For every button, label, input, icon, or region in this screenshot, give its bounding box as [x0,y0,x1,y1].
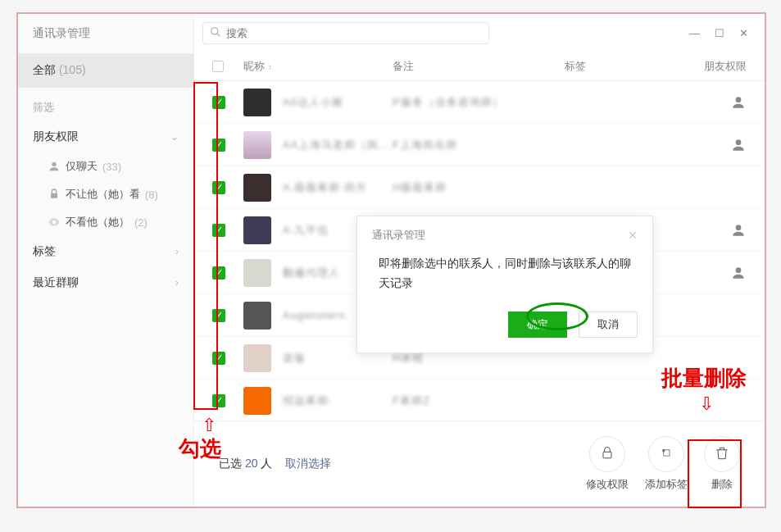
row-checkbox[interactable]: ✓ [212,394,225,407]
sidebar-subitem-count: (8) [145,189,158,201]
row-checkbox[interactable]: ✓ [212,96,225,109]
annotation-batch-delete-label: 批量删除 [661,364,747,393]
sidebar-all-label: 全部 [33,63,56,76]
sidebar: 通讯录管理 全部 (105) 筛选 朋友权限 ⌄ 仅聊天 (33) 不让他（她）… [18,14,194,507]
window-title: 通讯录管理 [18,14,193,53]
svg-point-3 [211,28,218,34]
minimize-button[interactable]: — [689,27,700,39]
row-checkbox[interactable]: ✓ [212,224,225,237]
selection-info: 已选 20 人 取消选择 [219,457,331,471]
permission-icon [704,137,747,153]
cancel-selection-link[interactable]: 取消选择 [285,457,331,470]
select-all-checkbox[interactable] [212,61,224,72]
modify-permission-button[interactable]: 修改权限 [586,436,629,492]
avatar [243,174,271,202]
sidebar-tag-label: 标签 [33,244,56,259]
column-remark[interactable]: 备注 [393,59,565,74]
person-icon [48,160,61,173]
maximize-button[interactable]: ☐ [715,27,724,39]
sidebar-recent-label: 最近群聊 [33,275,79,290]
close-icon[interactable]: ✕ [628,229,638,242]
sidebar-item-friend-permission[interactable]: 朋友权限 ⌄ [18,121,193,152]
trash-icon [714,445,730,464]
column-permission[interactable]: 朋友权限 [704,59,747,74]
bottom-bar: 已选 20 人 取消选择 修改权限 添加标签 [194,421,765,507]
nickname-text: 招远蒋师· [283,393,333,408]
lock-icon [599,445,615,464]
sidebar-subitem-count: (2) [134,216,148,229]
sidebar-subitem-label: 不看他（她） [66,215,129,230]
nickname-text: A.薇薇蒋师·闵方 [283,180,367,195]
topbar: — ☐ ✕ [194,14,765,52]
search-input-wrapper[interactable] [202,22,489,44]
remark-text: F蒋师Z [393,394,430,407]
avatar [243,216,271,244]
modal-title: 通讯录管理 [372,228,425,243]
permission-icon [704,94,747,111]
add-tag-button[interactable]: 添加标签 [645,436,688,492]
row-checkbox[interactable]: ✓ [212,139,225,152]
svg-rect-9 [603,452,611,458]
nickname-text: A0达人小雅 [283,95,343,110]
permission-icon [704,265,747,281]
remark-text: H来程 [393,352,424,364]
column-nickname[interactable]: 昵称 ↑ [243,59,393,74]
chevron-right-icon: › [175,246,179,257]
svg-point-0 [52,162,56,166]
selection-count: 20 [245,457,258,470]
permission-icon [704,222,747,239]
row-checkbox[interactable]: ✓ [212,266,225,280]
row-checkbox[interactable]: ✓ [212,181,225,194]
confirm-delete-modal: 通讯录管理 ✕ 即将删除选中的联系人，同时删除与该联系人的聊天记录 确定 取消 [356,216,653,353]
avatar [243,387,271,415]
annotation-arrow-up-icon: ⇧ [202,415,216,436]
sidebar-all-count: (105) [59,63,86,76]
search-input[interactable] [226,27,482,39]
remark-text: H薇薇蒋师 [393,181,447,193]
sidebar-subitem-label: 仅聊天 [66,159,98,174]
svg-rect-1 [51,193,57,198]
avatar [243,131,271,159]
chevron-right-icon: › [175,277,179,289]
remark-text: P服务（业务咨询师） [393,96,504,108]
nickname-text: AA上海马老师（闵… [283,138,390,152]
nickname-text: A·九平也 [283,223,329,238]
svg-point-8 [736,267,742,273]
sidebar-filter-label: 筛选 [18,88,193,121]
sidebar-item-tags[interactable]: 标签 › [18,236,193,267]
sidebar-subitem-label: 不让他（她）看 [66,187,140,202]
sidebar-item-hide-from[interactable]: 不让他（她）看 (8) [18,180,193,208]
confirm-button[interactable]: 确定 [508,311,567,338]
avatar [243,344,271,372]
modal-body: 即将删除选中的联系人，同时删除与该联系人的聊天记录 [372,254,638,293]
sidebar-subitem-count: (33) [102,161,121,173]
table-row[interactable]: ✓A0达人小雅P服务（业务咨询师） [194,81,765,124]
delete-button[interactable]: 删除 [704,436,740,492]
row-checkbox[interactable]: ✓ [212,309,225,322]
table-row[interactable]: ✓A.薇薇蒋师·闵方H薇薇蒋师 [194,166,765,209]
sort-asc-icon: ↑ [268,62,272,71]
sidebar-item-all[interactable]: 全部 (105) [18,53,193,88]
eye-off-icon [48,216,61,229]
svg-point-6 [736,139,742,145]
column-tag[interactable]: 标签 [565,59,704,74]
cancel-button[interactable]: 取消 [579,311,638,338]
search-icon [210,26,221,40]
sidebar-item-recent-group[interactable]: 最近群聊 › [18,267,193,298]
annotation-select-label: 勾选 [179,434,221,463]
lock-icon [48,188,61,201]
sidebar-item-hide-their[interactable]: 不看他（她） (2) [18,208,193,236]
close-button[interactable]: ✕ [739,27,748,39]
svg-point-2 [52,221,56,224]
sidebar-item-chat-only[interactable]: 仅聊天 (33) [18,152,193,180]
nickname-text: Augenstern. [283,309,349,321]
row-checkbox[interactable]: ✓ [212,352,225,365]
avatar [243,259,271,287]
table-row[interactable]: ✓AA上海马老师（闵…F上海闵岳师 [194,124,765,166]
svg-line-4 [217,34,220,37]
remark-text: F上海闵岳师 [393,139,457,151]
sidebar-perm-label: 朋友权限 [33,130,79,144]
chevron-down-icon: ⌄ [170,131,179,143]
svg-point-7 [736,225,742,230]
avatar [243,302,271,330]
